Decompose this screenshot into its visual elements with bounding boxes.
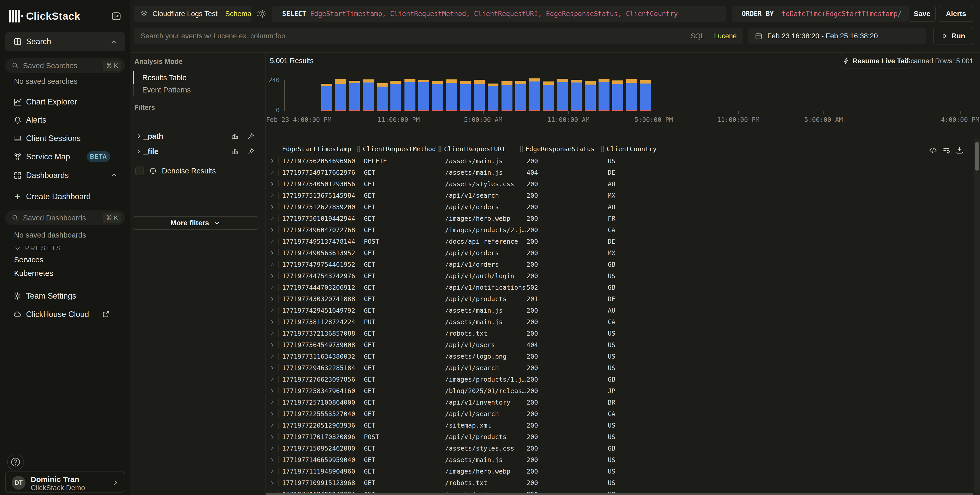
sql-toggle[interactable]: SQL — [690, 32, 704, 40]
sidebar-item-team-settings[interactable]: Team Settings — [0, 288, 130, 304]
table-row[interactable]: 1771977490563613952GET/api/v1/orders200M… — [266, 247, 974, 258]
histogram-bar[interactable] — [529, 78, 540, 111]
table-row[interactable]: 1771977430320741888GET/api/v1/products20… — [266, 293, 974, 304]
filter-field-file[interactable]: _file — [134, 145, 262, 158]
table-row[interactable]: 1771977501019442944GET/images/hero.webp2… — [266, 213, 974, 224]
wrap-text-icon[interactable] — [942, 146, 950, 154]
table-row[interactable]: 1771977294632285184GET/api/v1/search200U… — [266, 362, 974, 373]
histogram-bar[interactable] — [598, 79, 609, 111]
sidebar-item-chart-explorer[interactable]: Chart Explorer — [0, 94, 130, 110]
row-expand-icon[interactable] — [270, 285, 275, 290]
histogram-bar[interactable] — [321, 84, 332, 111]
save-button[interactable]: Save — [908, 6, 935, 22]
bar-chart-icon[interactable] — [231, 132, 239, 140]
more-filters-button[interactable]: More filters — [133, 216, 258, 230]
table-row[interactable]: 1771977225553527040GET/api/v1/search200C… — [266, 408, 974, 419]
help-button[interactable] — [7, 454, 24, 471]
histogram-bar[interactable] — [515, 81, 526, 111]
select-clause-input[interactable]: SELECT EdgeStartTimestamp, ClientRequest… — [272, 6, 727, 22]
sidebar-item-clickhouse-cloud[interactable]: ClickHouse Cloud — [0, 306, 130, 323]
results-histogram[interactable]: 240 0 Feb 23 4:00:00 PM11:00:00 PM5:00:0… — [266, 74, 980, 123]
table-row[interactable]: 1771977150952462080GET/assets/styles.css… — [266, 442, 974, 454]
orderby-clause-input[interactable]: ORDER BY toDateTime(EdgeStartTimestamp / — [732, 6, 908, 22]
histogram-bar[interactable] — [363, 80, 374, 111]
alerts-button[interactable]: Alerts — [939, 6, 974, 22]
run-button[interactable]: Run — [933, 28, 974, 45]
pin-icon[interactable] — [247, 132, 255, 140]
row-expand-icon[interactable] — [270, 319, 275, 324]
histogram-bar[interactable] — [446, 80, 457, 111]
table-row[interactable]: 1771977372136857088GET/robots.txt200US — [266, 328, 974, 339]
table-row[interactable]: 1771977479754461952GET/api/v1/orders200G… — [266, 258, 974, 270]
table-row[interactable]: 1771977364549739008GET/api/v1/users404US — [266, 339, 974, 350]
row-expand-icon[interactable] — [270, 457, 275, 462]
row-expand-icon[interactable] — [270, 262, 275, 267]
saved-dashboards-input[interactable]: Saved Dashboards ⌘ K — [5, 210, 125, 225]
date-range-picker[interactable]: Feb 23 16:38:20 - Feb 25 16:38:20 — [748, 28, 926, 45]
row-expand-icon[interactable] — [270, 181, 275, 186]
column-header-EdgeStartTimestamp[interactable]: EdgeStartTimestamp — [282, 145, 352, 153]
table-row[interactable]: 1771977258347964160GET/blog/2025/01/rele… — [266, 385, 974, 396]
table-row[interactable]: 1771977381128724224PUT/assets/main.js200… — [266, 316, 974, 328]
histogram-bar[interactable] — [335, 79, 346, 111]
column-header-ClientCountry[interactable]: ClientCountry — [601, 145, 657, 153]
row-expand-icon[interactable] — [270, 216, 275, 221]
download-icon[interactable] — [956, 146, 964, 154]
histogram-bar[interactable] — [474, 80, 485, 111]
presets-toggle[interactable]: PRESETS — [14, 244, 61, 252]
histogram-bar[interactable] — [488, 84, 499, 111]
table-row[interactable]: 1771977513675145984GET/api/v1/search200M… — [266, 189, 974, 201]
table-row[interactable]: 1771977562054696960DELETE/assets/main.js… — [266, 155, 974, 167]
histogram-bar[interactable] — [432, 81, 443, 111]
sidebar-item-dashboards[interactable]: Dashboards — [0, 167, 130, 184]
histogram-bar[interactable] — [390, 81, 401, 111]
histogram-bar[interactable] — [585, 81, 596, 111]
row-expand-icon[interactable] — [270, 434, 275, 439]
table-row[interactable]: 1771977257100864000GET/api/v1/inventory2… — [266, 396, 974, 408]
table-row[interactable]: 1771977429451649792GET/assets/main.js200… — [266, 304, 974, 316]
chevron-right-icon[interactable] — [135, 133, 142, 140]
chevron-right-icon[interactable] — [135, 148, 142, 155]
sidebar-item-search[interactable]: Search — [5, 32, 125, 51]
scrollbar-thumb[interactable] — [975, 142, 979, 170]
source-settings-gear-icon[interactable] — [258, 9, 267, 18]
search-input[interactable]: Search your events w/ Lucene ex. column:… — [134, 28, 743, 45]
pin-icon[interactable] — [247, 148, 255, 155]
table-row[interactable]: 1771977447543742976GET/api/v1/auth/login… — [266, 270, 974, 282]
bar-chart-icon[interactable] — [231, 148, 239, 155]
table-row[interactable]: 1771977496047072768GET/images/products/2… — [266, 224, 974, 236]
row-expand-icon[interactable] — [270, 446, 275, 450]
horizontal-scrollbar[interactable] — [266, 493, 974, 495]
row-expand-icon[interactable] — [270, 365, 275, 370]
histogram-bar[interactable] — [418, 80, 429, 111]
histogram-bar[interactable] — [543, 81, 554, 111]
histogram-bar[interactable] — [404, 79, 415, 111]
row-expand-icon[interactable] — [270, 273, 275, 278]
row-expand-icon[interactable] — [270, 331, 275, 336]
row-expand-icon[interactable] — [270, 250, 275, 255]
sidebar-item-client-sessions[interactable]: Client Sessions — [0, 130, 130, 146]
lucene-toggle[interactable]: Lucene — [714, 32, 737, 40]
user-menu[interactable]: DT Dominic Tran ClickStack Demo — [5, 471, 125, 493]
histogram-bar[interactable] — [501, 81, 512, 111]
table-row[interactable]: 1771977170170320896POST/api/v1/products2… — [266, 431, 974, 442]
histogram-bar[interactable] — [460, 81, 471, 111]
column-header-ClientRequestURI[interactable]: ClientRequestURI — [438, 145, 506, 153]
row-expand-icon[interactable] — [270, 388, 275, 393]
table-row[interactable]: 1771977220512903936GET/sitemap.xml200US — [266, 419, 974, 431]
row-expand-icon[interactable] — [270, 193, 275, 198]
table-row[interactable]: 1771977444703206912GET/api/v1/notificati… — [266, 282, 974, 293]
row-expand-icon[interactable] — [270, 423, 275, 428]
histogram-bar[interactable] — [640, 80, 651, 111]
resume-live-tail-button[interactable]: Resume Live Tail — [841, 54, 910, 68]
sidebar-item-service-map[interactable]: Service Map — [0, 149, 130, 165]
code-view-icon[interactable] — [929, 146, 937, 154]
sidebar-item-alerts[interactable]: Alerts — [0, 112, 130, 128]
row-expand-icon[interactable] — [270, 480, 275, 485]
create-dashboard-button[interactable]: Create Dashboard — [0, 188, 130, 205]
table-row[interactable]: 1771977512627859200GET/api/v1/orders200A… — [266, 201, 974, 213]
table-row[interactable]: 1771977146659959040GET/assets/main.js200… — [266, 454, 974, 465]
row-expand-icon[interactable] — [270, 400, 275, 404]
histogram-bar[interactable] — [626, 79, 637, 111]
row-expand-icon[interactable] — [270, 469, 275, 474]
